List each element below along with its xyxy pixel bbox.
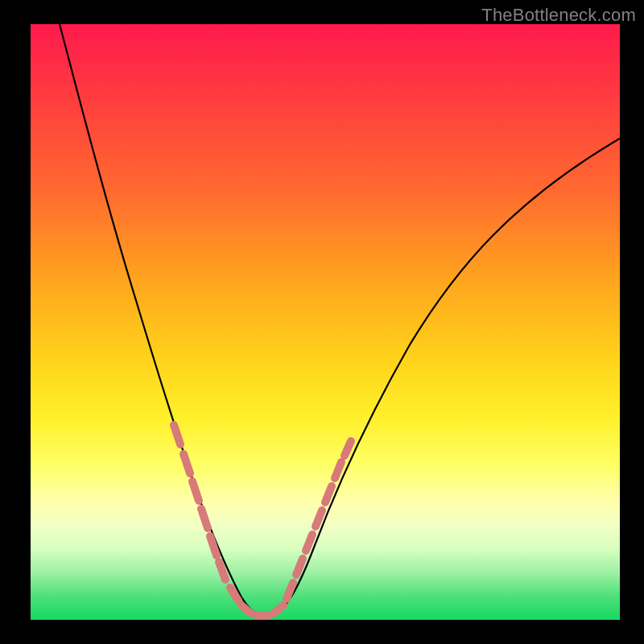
plot-area xyxy=(31,24,620,620)
svg-line-2 xyxy=(192,481,199,501)
watermark-text: TheBottleneck.com xyxy=(481,5,636,26)
svg-line-11 xyxy=(296,559,303,575)
svg-line-3 xyxy=(201,509,208,528)
right-dash-group xyxy=(287,441,351,599)
svg-line-7 xyxy=(242,605,251,613)
curve-path xyxy=(60,24,620,617)
svg-line-15 xyxy=(335,462,341,478)
svg-line-0 xyxy=(174,425,180,444)
svg-line-12 xyxy=(306,535,312,551)
svg-line-5 xyxy=(219,562,225,580)
svg-line-13 xyxy=(316,510,322,526)
svg-line-1 xyxy=(184,454,190,473)
svg-line-9 xyxy=(274,605,283,613)
bottleneck-curve xyxy=(31,24,620,620)
svg-line-16 xyxy=(345,441,351,456)
chart-frame: TheBottleneck.com xyxy=(0,0,644,644)
svg-line-14 xyxy=(325,486,332,502)
